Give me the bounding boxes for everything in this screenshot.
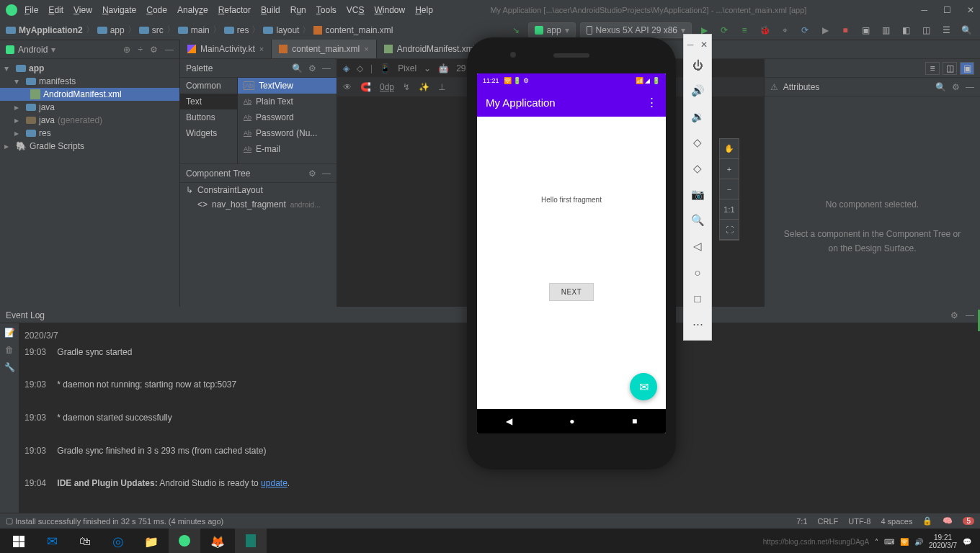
search-icon[interactable]: 🔍 — [958, 22, 974, 38]
pal-cat-text[interactable]: Text — [180, 94, 237, 109]
start-button[interactable] — [3, 529, 35, 553]
nav-recent-icon[interactable]: ■ — [632, 416, 637, 426]
nav-home-icon[interactable]: ● — [569, 416, 574, 426]
layout-inspector-icon[interactable]: ◧ — [898, 22, 914, 38]
fab-mail-icon[interactable]: ✉ — [630, 373, 657, 400]
menu-refactor[interactable]: Refactor — [218, 5, 251, 15]
tree-manifests[interactable]: ▾manifests — [0, 75, 179, 88]
minimize-icon[interactable]: ─ — [921, 5, 927, 15]
mode-split[interactable]: ◫ — [943, 62, 957, 75]
hide-icon[interactable]: — — [322, 63, 331, 73]
sdk-icon[interactable]: ▥ — [878, 22, 894, 38]
debug-icon[interactable]: 🐞 — [757, 22, 772, 38]
search-icon[interactable]: 🔍 — [292, 63, 303, 73]
notifications-icon[interactable]: 💬 — [963, 538, 971, 546]
menu-file[interactable]: File — [24, 5, 38, 15]
hide-icon[interactable]: — — [966, 82, 974, 92]
bc-res[interactable]: res — [237, 25, 249, 35]
rotate-right-icon[interactable]: ◇ — [684, 156, 711, 181]
clear-constraints-icon[interactable]: ↯ — [403, 82, 410, 92]
pal-cat-common[interactable]: Common — [180, 78, 237, 94]
edge-icon[interactable]: ◎ — [102, 529, 134, 553]
bc-layout[interactable]: layout — [276, 25, 299, 35]
android-studio-icon[interactable] — [169, 529, 200, 553]
resource-manager-icon[interactable]: ◫ — [918, 22, 934, 38]
magnet-icon[interactable]: 🧲 — [360, 82, 371, 92]
error-badge[interactable]: 5 — [963, 517, 974, 525]
tree-gradle[interactable]: ▸🐘Gradle Scripts — [0, 140, 179, 153]
volume-up-icon[interactable]: 🔊 — [684, 78, 711, 104]
search-icon[interactable]: 🔍 — [935, 82, 946, 92]
stop-icon[interactable]: ■ — [837, 22, 853, 38]
tree-java-gen[interactable]: ▸java (generated) — [0, 114, 179, 127]
apply-code-icon[interactable]: ≡ — [736, 22, 752, 38]
pal-item-passwordnum[interactable]: AbPassword (Nu... — [238, 125, 337, 141]
expand-icon[interactable]: ÷ — [138, 45, 143, 55]
tree-java[interactable]: ▸java — [0, 101, 179, 114]
gear-icon[interactable]: ⚙ — [950, 310, 958, 320]
pal-cat-buttons[interactable]: Buttons — [180, 109, 237, 125]
surface-select-icon[interactable]: ◈ — [343, 63, 349, 73]
close-tab-icon[interactable]: × — [259, 45, 264, 53]
line-sep[interactable]: CRLF — [818, 517, 839, 526]
cursor-pos[interactable]: 7:1 — [796, 517, 807, 526]
nav-back-icon[interactable]: ◀ — [506, 416, 512, 426]
hide-icon[interactable]: — — [165, 45, 174, 55]
pal-cat-widgets[interactable]: Widgets — [180, 125, 237, 141]
wifi-icon[interactable]: 🛜 — [900, 538, 909, 546]
menu-view[interactable]: View — [74, 5, 92, 15]
clock-time[interactable]: 19:21 — [934, 534, 952, 541]
menu-vcs[interactable]: VCS — [347, 5, 365, 15]
gear-icon[interactable]: ⚙ — [308, 63, 316, 73]
warnings-icon[interactable]: ⚠ — [770, 82, 778, 92]
zoom-in-icon[interactable]: + — [720, 159, 739, 179]
explorer-icon[interactable]: 📁 — [135, 529, 167, 553]
view-options-icon[interactable]: 👁 — [343, 82, 352, 92]
zoom-icon[interactable]: 🔍 — [684, 207, 711, 233]
zoom-11[interactable]: 1:1 — [720, 199, 739, 220]
gear-icon[interactable]: ⚙ — [952, 82, 960, 92]
back-icon[interactable]: ◁ — [684, 233, 711, 259]
edit-icon[interactable]: 📝 — [4, 328, 15, 338]
mode-code[interactable]: ≡ — [925, 62, 940, 75]
menu-build[interactable]: Build — [261, 5, 280, 15]
bc-src[interactable]: src — [152, 25, 164, 35]
tree-manifest-file[interactable]: AndroidManifest.xml — [0, 88, 179, 101]
run-config-select[interactable]: app▾ — [528, 22, 576, 38]
menu-run[interactable]: Run — [290, 5, 306, 15]
bc-file[interactable]: content_main.xml — [325, 25, 393, 35]
menu-analyze[interactable]: Analyze — [177, 5, 208, 15]
lock-icon[interactable]: 🔒 — [922, 516, 932, 526]
bc-root[interactable]: MyApplication2 — [19, 25, 83, 35]
menu-code[interactable]: Code — [146, 5, 167, 15]
apply-changes-icon[interactable]: ⟳ — [716, 22, 732, 38]
menu-edit[interactable]: Edit — [48, 5, 63, 15]
screenshot-icon[interactable]: 📷 — [684, 181, 711, 207]
close-tab-icon[interactable]: × — [364, 45, 368, 53]
pixel-label[interactable]: Pixel — [398, 63, 416, 73]
close-icon[interactable]: ✕ — [967, 5, 974, 15]
build-output-icon[interactable]: ▢ — [6, 516, 13, 526]
emu-close-icon[interactable]: ✕ — [700, 40, 708, 50]
gear-icon[interactable]: ⚙ — [308, 168, 316, 179]
store-icon[interactable]: 🛍 — [69, 529, 101, 553]
tab-contentmain[interactable]: content_main.xml× — [272, 40, 376, 58]
pan-icon[interactable]: ✋ — [720, 139, 739, 159]
guidelines-icon[interactable]: ⊥ — [438, 82, 445, 92]
volume-down-icon[interactable]: 🔉 — [684, 104, 711, 130]
device-select[interactable]: Nexus 5X API 29 x86▾ — [580, 22, 692, 38]
sound-icon[interactable]: 🔊 — [914, 538, 923, 546]
zoom-fit-icon[interactable]: ⛶ — [720, 220, 739, 240]
emulator-icon[interactable] — [235, 529, 267, 553]
tab-mainactivity[interactable]: MainActivity.kt× — [180, 40, 272, 58]
rotate-left-icon[interactable]: ◇ — [684, 130, 711, 156]
mail-icon[interactable]: ✉ — [36, 529, 68, 553]
api-label[interactable]: 29 — [456, 63, 466, 73]
keyboard-icon[interactable]: ⌨ — [884, 538, 894, 546]
overview-icon[interactable]: □ — [684, 285, 711, 311]
overflow-icon[interactable]: ⋮ — [646, 96, 657, 109]
maximize-icon[interactable]: ☐ — [943, 5, 951, 15]
trash-icon[interactable]: 🗑 — [5, 345, 14, 355]
device-select-icon[interactable]: 📱 — [380, 63, 391, 73]
profile-icon[interactable]: ⌖ — [777, 22, 793, 38]
